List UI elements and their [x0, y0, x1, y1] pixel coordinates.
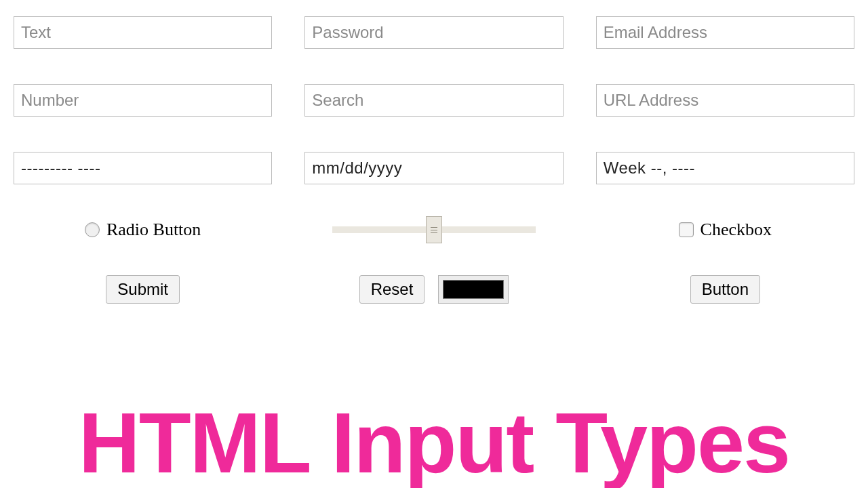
row-radio-range-checkbox: Radio Button Checkbox	[14, 220, 854, 240]
cell-month	[14, 152, 272, 184]
password-input[interactable]	[304, 16, 563, 49]
slider-thumb[interactable]	[426, 216, 442, 243]
email-input[interactable]	[596, 16, 854, 49]
row-text-password-email	[14, 16, 854, 49]
cell-text	[14, 16, 272, 49]
cell-email	[596, 16, 854, 49]
text-input[interactable]	[14, 16, 272, 49]
cell-password	[304, 16, 563, 49]
cell-date	[304, 152, 563, 184]
reset-color-group: Reset	[359, 275, 509, 304]
radio-label: Radio Button	[106, 220, 201, 240]
month-input[interactable]	[14, 152, 272, 184]
cell-number	[14, 84, 272, 117]
color-input[interactable]	[438, 275, 509, 304]
checkbox-control[interactable]: Checkbox	[679, 220, 772, 240]
cell-button: Button	[596, 275, 854, 304]
row-buttons: Submit Reset Button	[14, 275, 854, 304]
cell-url	[596, 84, 854, 117]
cell-search	[304, 84, 563, 117]
page-title: HTML Input Types	[0, 403, 868, 484]
cell-reset-color: Reset	[304, 275, 563, 304]
radio-button[interactable]: Radio Button	[85, 220, 201, 240]
checkbox-icon	[679, 222, 694, 237]
cell-range	[304, 220, 563, 240]
url-input[interactable]	[596, 84, 854, 117]
row-month-date-week	[14, 152, 854, 184]
search-input[interactable]	[304, 84, 563, 117]
week-input[interactable]	[596, 152, 854, 184]
date-input[interactable]	[304, 152, 563, 184]
color-swatch	[443, 280, 504, 299]
row-number-search-url	[14, 84, 854, 117]
range-slider[interactable]	[332, 220, 536, 240]
cell-radio: Radio Button	[14, 220, 272, 240]
generic-button[interactable]: Button	[690, 275, 760, 304]
reset-button[interactable]: Reset	[359, 275, 425, 304]
cell-checkbox: Checkbox	[596, 220, 854, 240]
radio-icon	[85, 222, 100, 237]
cell-week	[596, 152, 854, 184]
submit-button[interactable]: Submit	[106, 275, 180, 304]
number-input[interactable]	[14, 84, 272, 117]
cell-submit: Submit	[14, 275, 272, 304]
checkbox-label: Checkbox	[701, 220, 772, 240]
